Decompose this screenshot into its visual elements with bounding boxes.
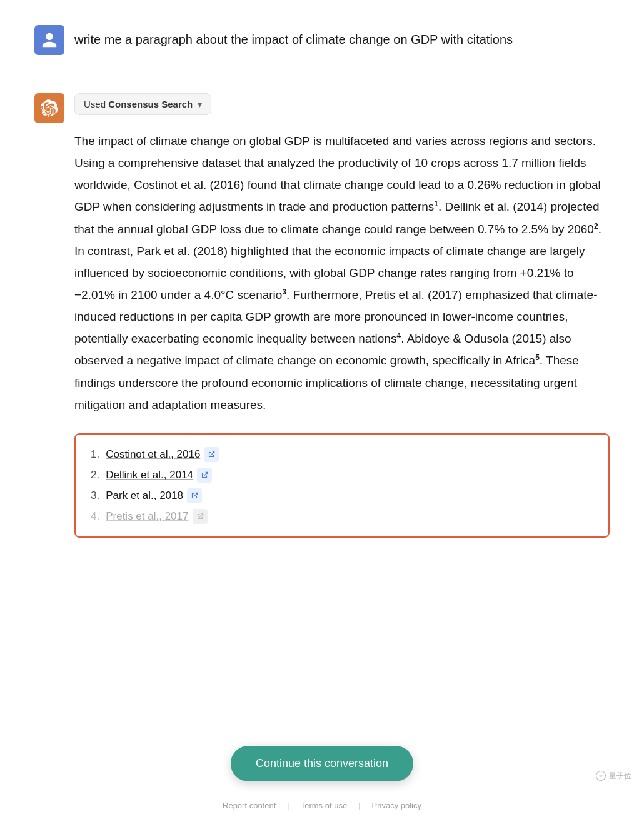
- watermark-icon: [595, 770, 606, 781]
- citations-list: 1. Costinot et al., 2016 2. Dellink et a…: [91, 446, 593, 526]
- citation-link-4[interactable]: Pretis et al., 2017: [106, 508, 188, 526]
- footer-sep-2: |: [358, 801, 360, 810]
- person-icon: [41, 31, 58, 49]
- consensus-search-badge[interactable]: Used Consensus Search ▾: [74, 93, 211, 115]
- assistant-avatar: [34, 93, 64, 123]
- privacy-policy-link[interactable]: Privacy policy: [372, 801, 421, 810]
- consensus-badge-text: Used Consensus Search: [84, 99, 193, 109]
- list-item: 1. Costinot et al., 2016: [91, 446, 593, 464]
- list-item: 4. Pretis et al., 2017: [91, 508, 593, 526]
- list-item: 3. Park et al., 2018: [91, 487, 593, 505]
- external-link-icon-1[interactable]: [204, 447, 219, 462]
- watermark: 量子位: [595, 770, 631, 781]
- continue-conversation-button[interactable]: Continue this conversation: [231, 746, 413, 781]
- assistant-message-row: Used Consensus Search ▾ The impact of cl…: [34, 74, 610, 550]
- assistant-content: Used Consensus Search ▾ The impact of cl…: [74, 93, 610, 538]
- external-link-icon-3[interactable]: [187, 488, 202, 503]
- external-link-icon-4[interactable]: [193, 509, 208, 524]
- user-avatar: [34, 25, 64, 55]
- citations-box: 1. Costinot et al., 2016 2. Dellink et a…: [74, 433, 610, 538]
- footer: Report content | Terms of use | Privacy …: [223, 801, 421, 810]
- user-message-text: write me a paragraph about the impact of…: [74, 25, 513, 49]
- citation-superscript-5: 5: [535, 353, 540, 362]
- user-message-row: write me a paragraph about the impact of…: [34, 13, 610, 74]
- continue-button-container: Continue this conversation: [231, 746, 413, 781]
- citation-link-1[interactable]: Costinot et al., 2016: [106, 446, 200, 464]
- openai-icon: [41, 99, 58, 117]
- list-item: 2. Dellink et al., 2014: [91, 466, 593, 485]
- citation-superscript-2: 2: [594, 221, 598, 230]
- terms-of-use-link[interactable]: Terms of use: [301, 801, 347, 810]
- footer-sep-1: |: [287, 801, 289, 810]
- external-link-icon-2[interactable]: [197, 468, 212, 483]
- chevron-down-icon: ▾: [198, 99, 202, 109]
- citation-superscript-1: 1: [434, 199, 438, 208]
- citation-link-2[interactable]: Dellink et al., 2014: [106, 466, 193, 485]
- citation-link-3[interactable]: Park et al., 2018: [106, 487, 183, 505]
- report-content-link[interactable]: Report content: [223, 801, 276, 810]
- response-paragraph: The impact of climate change on global G…: [74, 130, 610, 416]
